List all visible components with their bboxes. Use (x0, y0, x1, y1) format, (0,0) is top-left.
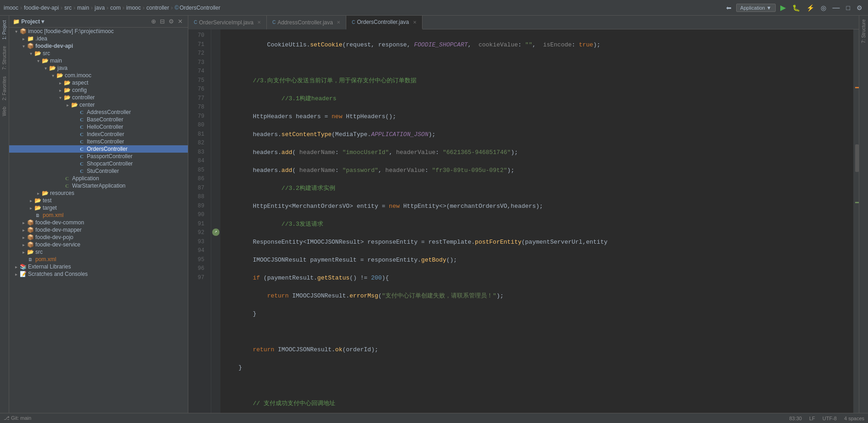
tree-item-stu-controller[interactable]: C StuController (9, 167, 188, 175)
collapse-btn[interactable]: ⊟ (158, 17, 166, 25)
tab-orders[interactable]: C OrdersController.java ✕ (346, 16, 423, 29)
settings-btn[interactable]: ⚙ (855, 3, 864, 12)
profile-btn[interactable]: ◎ (819, 3, 828, 12)
breadcrumb-java[interactable]: java (95, 5, 105, 11)
tree-item-orders-controller[interactable]: C OrdersController (9, 145, 188, 153)
code-content[interactable]: CookieUtils.setCookie(request, response,… (220, 29, 853, 413)
code-line-70: CookieUtils.setCookie(request, response,… (224, 40, 850, 50)
spaces-status[interactable]: 4 spaces (844, 416, 864, 421)
code-line-77: headers.add( headerName: "password", hea… (224, 166, 850, 175)
breadcrumb-src[interactable]: src (64, 5, 72, 11)
tree-item-shopcart-controller[interactable]: C ShopcartController (9, 160, 188, 167)
tree-item-src[interactable]: ▾ 📂 src (9, 50, 188, 57)
gutter: ↗ (211, 29, 220, 413)
tree-item-ext-libs[interactable]: ▸ 📚 External Libraries (9, 263, 188, 270)
package-icon: 📂 (56, 72, 63, 79)
tree-item-address-controller[interactable]: C AddressController (9, 109, 188, 116)
tree-item-test[interactable]: ▸ 📂 test (9, 197, 188, 204)
common-module-icon: 📦 (27, 219, 34, 226)
project-tab-label[interactable]: 1: Project (1, 17, 8, 42)
coverage-btn[interactable]: ⚡ (805, 3, 816, 12)
tree-item-src-root[interactable]: ▸ 📂 src (9, 248, 188, 256)
tree-item-common[interactable]: ▸ 📦 foodie-dev-common (9, 219, 188, 226)
breadcrumb-class[interactable]: OrdersController (180, 5, 220, 11)
code-line-75: headers.setContentType(MediaType.APPLICA… (224, 130, 850, 139)
tab-address-close[interactable]: ✕ (337, 20, 340, 25)
encoding-status[interactable]: UTF-8 (823, 416, 837, 421)
code-line-82: IMOOCJSONResult paymentResult = response… (224, 256, 850, 265)
tree-item-pojo[interactable]: ▸ 📦 foodie-dev-pojo (9, 234, 188, 241)
tab-orders-label: OrdersController.java (357, 19, 409, 25)
tree-item-config[interactable]: ▸ 📂 config (9, 86, 188, 94)
structure-tab-label[interactable]: 7: Structure (1, 43, 8, 73)
right-panel-tabs: 7: Structure (859, 16, 868, 413)
scroll-thumb[interactable] (855, 144, 859, 172)
scroll-indicator[interactable] (853, 29, 859, 413)
ext-libs-icon: 📚 (19, 263, 27, 270)
tree-item-service[interactable]: ▸ 📦 foodie-dev-service (9, 241, 188, 248)
scratches-icon: 📝 (19, 271, 27, 277)
breadcrumb-controller[interactable]: controller (147, 5, 169, 11)
tree-item-war-starter[interactable]: C WarStarterApplication (9, 182, 188, 189)
tree-item-pom-api[interactable]: 🗎 pom.xml (9, 212, 188, 219)
class-c-icon6: C (78, 146, 85, 152)
tab-address[interactable]: C AddressController.java ✕ (267, 16, 346, 29)
tree-item-passport-controller[interactable]: C PassportController (9, 153, 188, 160)
minimize-btn[interactable]: — (831, 3, 842, 13)
web-tab-label[interactable]: Web (1, 104, 8, 119)
add-btn[interactable]: ⊕ (150, 17, 158, 25)
structure-right-tab[interactable]: 7: Structure (860, 16, 867, 47)
maximize-btn[interactable]: □ (845, 3, 852, 12)
class-c-icon4: C (78, 131, 85, 137)
tree-item-imooc[interactable]: ▾ 📦 imooc [foodie-dev] F:\project\imooc (9, 28, 188, 35)
navigate-back-btn[interactable]: ⬅ (724, 3, 733, 12)
breadcrumb-foodie-dev-api[interactable]: foodie-dev-api (24, 5, 59, 11)
tree-item-items-controller[interactable]: C ItemsController (9, 138, 188, 145)
tree-item-aspect[interactable]: ▸ 📂 aspect (9, 79, 188, 86)
tree-item-scratches[interactable]: ▸ 📝 Scratches and Consoles (9, 270, 188, 278)
tree-item-controller[interactable]: ▾ 📂 controller (9, 94, 188, 101)
tree-item-com-imooc[interactable]: ▾ 📂 com.imooc (9, 72, 188, 79)
tree-item-main[interactable]: ▾ 📂 main (9, 57, 188, 64)
tree-item-resources[interactable]: ▸ 📂 resources (9, 189, 188, 197)
git-status[interactable]: ⎇ Git: main (4, 415, 31, 421)
tree-item-mapper[interactable]: ▸ 📦 foodie-dev-mapper (9, 226, 188, 234)
breadcrumb-imooc[interactable]: imooc (4, 5, 18, 11)
breadcrumb-imooc2[interactable]: imooc (126, 5, 141, 11)
tab-orders-close[interactable]: ✕ (413, 20, 417, 25)
tree-item-index-controller[interactable]: C IndexController (9, 131, 188, 138)
tab-address-icon: C (272, 20, 276, 25)
tree-item-pom-root[interactable]: 🗎 pom.xml (9, 256, 188, 263)
tree-item-center[interactable]: ▸ 📂 center (9, 101, 188, 109)
tree-item-java[interactable]: ▾ 📂 java (9, 64, 188, 72)
folder-icon: 📦 (19, 28, 27, 34)
close-panel-btn[interactable]: ✕ (176, 17, 184, 25)
code-line-89 (224, 381, 850, 390)
src-icon: 📂 (34, 50, 41, 57)
tree-item-target[interactable]: ▸ 📂 target (9, 204, 188, 212)
center-folder-icon: 📂 (71, 102, 78, 108)
project-panel-label: 📁 Project ▾ (13, 18, 44, 25)
tab-orderservice[interactable]: C OrderServiceImpl.java ✕ (188, 16, 267, 29)
class-c-icon2: C (78, 117, 85, 122)
breadcrumb-main[interactable]: main (77, 5, 89, 11)
app-dropdown-btn[interactable]: Application ▼ (736, 4, 776, 12)
tree-item-idea[interactable]: ▸ 📁 .idea (9, 35, 188, 42)
line-ending-status[interactable]: LF (809, 416, 815, 421)
resources-icon: 📂 (41, 190, 49, 196)
gutter-marker-92: ↗ (212, 229, 220, 236)
status-left: ⎇ Git: main (4, 415, 782, 421)
status-bar: ⎇ Git: main 83:30 LF UTF-8 4 spaces (0, 413, 868, 423)
code-line-88: } (224, 363, 850, 372)
breadcrumb-com[interactable]: com (110, 5, 121, 11)
tree-item-application[interactable]: C Application (9, 175, 188, 182)
position-status: 83:30 (789, 416, 802, 421)
favorites-tab-label[interactable]: 2: Favorites (1, 74, 8, 103)
tree-item-foodie-dev-api[interactable]: ▾ 📦 foodie-dev-api (9, 42, 188, 50)
tab-orderservice-close[interactable]: ✕ (257, 20, 261, 25)
settings-panel-btn[interactable]: ⚙ (167, 17, 175, 25)
debug-btn[interactable]: 🐛 (790, 3, 802, 12)
tree-item-hello-controller[interactable]: C HelloController (9, 123, 188, 131)
tree-item-base-controller[interactable]: C BaseController (9, 116, 188, 123)
run-btn[interactable]: ▶ (778, 2, 788, 13)
